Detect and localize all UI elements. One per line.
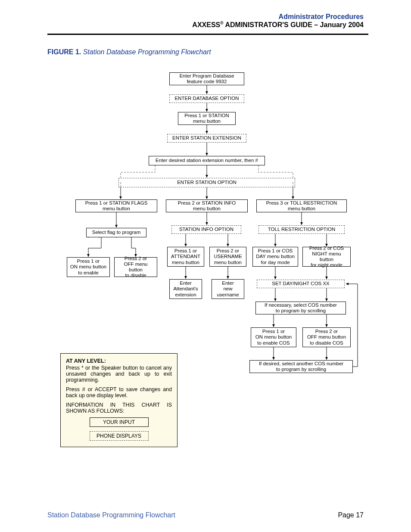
svg-rect-23	[69, 238, 155, 257]
page: Administrator Procedures AXXESS® ADMINIS…	[0, 0, 411, 532]
flowchart-arrows	[0, 0, 411, 532]
footer-right: Page 17	[338, 511, 364, 519]
footer-left: Station Database Programming Flowchart	[47, 511, 175, 519]
